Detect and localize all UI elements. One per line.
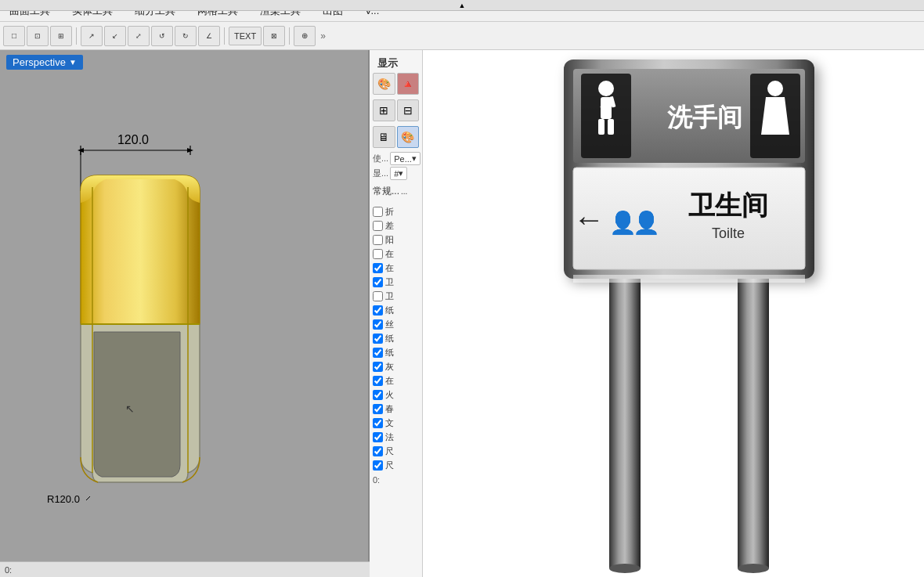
prop-icon-color[interactable]: 🎨 [397,126,420,148]
toolbar-btn-7[interactable]: ↺ [151,26,173,46]
viewport-panel: Perspective ▼ 120.0 [0,50,370,577]
checkbox-row-9: 纸 [373,331,419,345]
checkbox-row-1: 差 [373,218,419,233]
toolbar-btn-1[interactable]: □ [3,26,25,46]
toolbar: □ ⊡ ⊞ ↗ ↙ ⤢ ↺ ↻ ∠ TEXT ⊠ ⊕ » [0,22,924,50]
checkbox-row-13: 火 [373,388,419,402]
display-dropdown[interactable]: #▾ [390,167,407,180]
toolbar-sep-1 [76,27,77,45]
toolbar-btn-10[interactable]: ⊠ [263,26,285,46]
toolbar-sep-2 [224,27,225,45]
display-label: 显... [373,168,388,179]
checkbox-row-17: 尺 [373,444,419,458]
checkbox-6[interactable] [373,291,383,301]
render-container: 洗手间 ← 👤 👤 卫生间 Toilte [517,58,893,561]
checkbox-row-6: 卫 [373,289,419,303]
checkbox-row-16: 法 [373,430,419,444]
checkbox-0[interactable] [373,207,383,217]
checkbox-row-2: 阳 [373,233,419,247]
checkbox-1[interactable] [373,221,383,231]
checkbox-3[interactable] [373,249,383,259]
normal-section[interactable]: 常规... [373,183,419,200]
checkbox-row-10: 纸 [373,345,419,359]
svg-point-23 [767,81,783,96]
viewport-dropdown-arrow[interactable]: ▼ [69,58,77,67]
checkbox-9[interactable] [373,334,383,344]
checkbox-row-0: 折 [373,204,419,218]
checkbox-row-15: 文 [373,416,419,430]
checkbox-7[interactable] [373,305,383,316]
checkbox-row-7: 纸 [373,303,419,317]
perspective-dropdown[interactable]: Pe...▾ [390,152,420,165]
icon-row-1: 🎨 🔺 [373,72,419,96]
prop-icon-shape[interactable]: 🔺 [397,73,420,95]
toolbar-btn-11[interactable]: ⊕ [294,26,316,46]
status-bar: 0: [0,561,370,577]
viewport-label[interactable]: Perspective ▼ [6,55,83,70]
svg-point-32 [609,564,641,573]
svg-text:R120.0: R120.0 [47,493,80,505]
checkbox-row-8: 丝 [373,317,419,331]
checkbox-scroll-area: 折 差 阳 在 在 卫 卫 [370,203,422,577]
svg-text:卫生间: 卫生间 [688,190,768,220]
checkbox-row-18: 尺 [373,458,419,472]
checkbox-5[interactable] [373,277,383,287]
prop-icon-copy[interactable]: ⊟ [397,99,420,121]
checkbox-row-4: 在 [373,261,419,275]
checkbox-row-12: 在 [373,373,419,388]
status-value: 0: [5,565,12,575]
model-svg: 120.0 [43,121,341,559]
checkbox-13[interactable] [373,390,383,400]
toolbar-btn-8[interactable]: ↻ [175,26,197,46]
bottom-value: 0: [373,475,419,485]
prop-icon-monitor[interactable]: 🖥 [373,126,395,148]
toolbar-more: » [320,31,326,41]
toolbar-btn-9[interactable]: ∠ [198,26,220,46]
prop-icon-grid[interactable]: ⊞ [373,99,395,121]
checkbox-row-11: 灰 [373,359,419,373]
svg-rect-34 [573,275,805,283]
render-panel: 洗手间 ← 👤 👤 卫生间 Toilte [423,50,924,577]
toolbar-btn-5[interactable]: ↙ [104,26,126,46]
side-properties-panel: ▲ 显示 🎨 🔺 ⊞ ⊟ 🖥 🎨 使... Pe [370,50,423,577]
viewport-label-text: Perspective [13,56,66,68]
icon-row-2: ⊞ ⊟ [373,99,419,122]
svg-line-11 [86,496,90,500]
checkbox-16[interactable] [373,432,383,442]
sign-render-svg: 洗手间 ← 👤 👤 卫生间 Toilte [540,50,869,576]
main-area: Perspective ▼ 120.0 [0,50,924,577]
svg-rect-31 [738,279,769,568]
checkbox-4[interactable] [373,263,383,273]
checkbox-15[interactable] [373,418,383,428]
checkbox-8[interactable] [373,319,383,330]
checkbox-row-3: 在 [373,247,419,261]
label-row: 使... Pe...▾ [373,152,419,165]
toolbar-btn-2[interactable]: ⊡ [27,26,49,46]
checkbox-11[interactable] [373,362,383,372]
checkbox-17[interactable] [373,446,383,456]
svg-text:洗手间: 洗手间 [667,103,742,132]
toolbar-btn-4[interactable]: ↗ [81,26,103,46]
checkbox-row-5: 卫 [373,275,419,289]
svg-text:👤: 👤 [633,210,660,236]
toolbar-btn-3[interactable]: ⊞ [50,26,72,46]
display-title: 显示 [373,53,419,72]
icon-row-3: 🖥 🎨 [373,125,419,149]
checkbox-10[interactable] [373,348,383,358]
svg-text:Toilte: Toilte [712,225,745,241]
checkbox-row-14: 春 [373,402,419,416]
toolbar-text-btn[interactable]: TEXT [229,27,262,45]
svg-rect-18 [608,119,614,135]
checkbox-2[interactable] [373,235,383,245]
checkbox-18[interactable] [373,460,383,471]
checkbox-12[interactable] [373,376,383,386]
use-label: 使... [373,153,388,164]
prop-icon-paint[interactable]: 🎨 [373,73,395,95]
checkbox-14[interactable] [373,404,383,414]
svg-point-15 [598,81,614,96]
svg-rect-30 [609,279,641,568]
side-panel-top: 显示 🎨 🔺 ⊞ ⊟ 🖥 🎨 使... Pe...▾ [370,50,422,203]
toolbar-btn-6[interactable]: ⤢ [128,26,150,46]
svg-text:←: ← [573,202,605,236]
svg-text:120.0: 120.0 [117,133,149,146]
